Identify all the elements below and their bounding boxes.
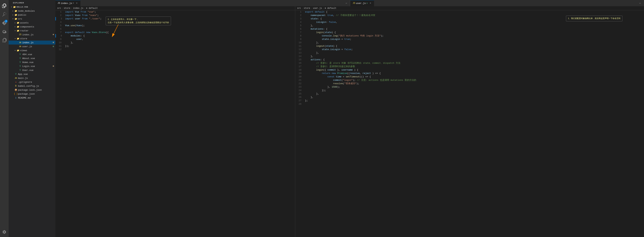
404-label: 404.vue [22, 53, 32, 56]
tree-arrow-node-modules [12, 9, 14, 12]
r-line-number-23: 23 [295, 85, 304, 89]
sidebar-item-login[interactable]: V Login.vue M [9, 64, 55, 68]
tab-user-js-close[interactable]: × [369, 2, 372, 5]
r-line-number-20: 20 [295, 75, 304, 78]
sidebar-item-gitignore[interactable]: ⬥ .gitignore [9, 80, 55, 84]
left-breadcrumb: src › store › index.js › ⊕ default [55, 6, 295, 10]
tab-user-js-label: JS [352, 2, 355, 4]
line-number-1: 1 [55, 10, 64, 14]
r-line-27: 27 }; [295, 99, 644, 102]
activity-search-icon[interactable] [0, 10, 9, 19]
right-breadcrumb-src[interactable]: src [297, 7, 301, 9]
sidebar-item-src[interactable]: 📁 src [9, 17, 55, 21]
r-line-content-12: state.isLogin = false; [304, 48, 644, 51]
breadcrumb-src[interactable]: src [57, 7, 61, 9]
sidebar-item-readme[interactable]: ℹ README.md [9, 96, 55, 100]
line-number-6: 6 [55, 27, 64, 31]
r-line-23: 23 }, 1500); [295, 85, 644, 89]
sidebar-item-404[interactable]: V 404.vue [9, 52, 55, 56]
r-line-3: 3 state: { [295, 17, 644, 20]
folder-icon-public: 📁 [14, 13, 17, 16]
sidebar: EXPLORER 📁 HELLO-VUE 📁 node_modules 📁 pu… [9, 0, 55, 237]
line-content-5: Vue.use(Vuex); [64, 24, 295, 27]
right-pane-actions: ⋯ [638, 0, 644, 6]
sidebar-item-app[interactable]: V App.vue [9, 72, 55, 76]
sidebar-item-about[interactable]: V About.vue [9, 56, 55, 60]
tab-index-js-label: JS [58, 2, 60, 4]
activity-files-icon[interactable] [0, 1, 9, 10]
vue-icon-user: V [19, 69, 22, 72]
r-line-content-28 [304, 102, 644, 106]
md-icon-readme: ℹ [14, 96, 17, 99]
r-line-content-6: mutations: { [304, 27, 644, 31]
sidebar-item-babel[interactable]: B babel.config.js [9, 84, 55, 88]
r-line-content-13: }, [304, 51, 644, 55]
sidebar-item-package-lock[interactable]: 📦 package-lock.json [9, 88, 55, 92]
line-content-8: modules: { [64, 34, 295, 37]
sidebar-item-store[interactable]: 📁 store [9, 37, 55, 40]
sidebar-item-hello-vue[interactable]: 📁 HELLO-VUE [9, 5, 55, 9]
r-line-26: 26 }, [295, 95, 644, 99]
tab-index-js-close[interactable]: × [75, 2, 78, 5]
right-breadcrumb-user-js[interactable]: user.js [313, 7, 322, 9]
folder-icon-components: 📁 [16, 25, 20, 28]
vue-icon-404: V [19, 53, 22, 56]
line-1: 1 import Vue from "vue"; [55, 10, 295, 14]
split-editor-button[interactable]: ⋯ [344, 1, 349, 6]
r-line-1: 1 export default { [295, 10, 644, 14]
app-label: App.vue [18, 73, 28, 76]
sidebar-item-public[interactable]: 📁 public [9, 13, 55, 17]
tree-arrow-components [14, 25, 16, 28]
r-line-content-17: // 形参2: 是调用时传递过来的参数 [304, 65, 644, 68]
r-line-13: 13 }, [295, 51, 644, 55]
r-line-number-16: 16 [295, 61, 304, 65]
hello-vue-label: HELLO-VUE [16, 6, 28, 8]
breadcrumb-index-js[interactable]: index.js [73, 7, 84, 9]
activity-git-icon[interactable]: 4 [0, 19, 9, 27]
r-line-number-22: 22 [295, 82, 304, 85]
tab-bar: JS index.js M × ⋯ JS user.js U × ⋯ [55, 0, 644, 6]
sidebar-item-assets[interactable]: 📁 assets [9, 21, 55, 25]
r-line-6: 6 mutations: { [295, 27, 644, 31]
breadcrumb-sep3: › [84, 7, 86, 9]
vue-icon-login: V [19, 65, 22, 68]
more-actions-button[interactable]: ⋯ [638, 1, 642, 6]
right-code-editor[interactable]: 1 export default { 2 namespaced: true, /… [295, 10, 644, 106]
left-code-table: 1 import Vue from "vue"; 2 import Vuex f… [55, 10, 295, 51]
home-label: Home.vue [22, 61, 34, 64]
sidebar-item-user[interactable]: V User.vue [9, 68, 55, 72]
activity-debug-icon[interactable] [0, 27, 9, 36]
activity-settings-icon[interactable] [0, 228, 9, 237]
tree-arrow-store [14, 37, 16, 40]
sidebar-tree: 📁 HELLO-VUE 📁 node_modules 📁 public 📁 sr… [9, 5, 55, 237]
activity-extensions-icon[interactable] [0, 36, 9, 44]
sidebar-item-store-user[interactable]: JS user.js U [9, 44, 55, 48]
r-line-content-10: }, [304, 41, 644, 44]
r-line-number-7: 7 [295, 31, 304, 34]
sidebar-item-node-modules[interactable]: 📁 node_modules [9, 9, 55, 13]
right-editor-pane: src › store › user.js › ⊕ default 1 expo… [295, 6, 644, 237]
sidebar-item-views[interactable]: 📁 views [9, 48, 55, 52]
sidebar-item-components[interactable]: 📁 components [9, 25, 55, 29]
sidebar-item-package[interactable]: { } package.json [9, 92, 55, 96]
login-badge: M [53, 65, 54, 67]
r-line-21: 21 commit("login"); // 注意: actions 也是调用 … [295, 78, 644, 82]
r-line-number-11: 11 [295, 44, 304, 48]
line-number-2: 2 [55, 14, 64, 17]
right-breadcrumb-default[interactable]: ⊕ default [325, 7, 336, 9]
r-line-number-15: 15 [295, 58, 304, 61]
line-6: 6 [55, 27, 295, 31]
right-breadcrumb-store[interactable]: store [304, 7, 310, 9]
tab-user-js[interactable]: JS user.js U × [350, 0, 374, 6]
sidebar-item-main[interactable]: JS main.js [9, 76, 55, 80]
tab-index-js[interactable]: JS index.js M × [55, 0, 80, 6]
sidebar-item-store-index[interactable]: JS index.js M [9, 40, 55, 44]
left-code-editor[interactable]: 1 import Vue from "vue"; 2 import Vuex f… [55, 10, 295, 55]
breadcrumb-store[interactable]: store [64, 7, 70, 9]
breadcrumb-default[interactable]: ⊕ default [86, 7, 98, 9]
sidebar-item-router-index[interactable]: JS index.js M [9, 33, 55, 37]
r-line-8: 8 console.log("执行 mutations 中的 login 方法"… [295, 34, 644, 37]
vue-icon-home: V [19, 61, 22, 64]
sidebar-item-home[interactable]: V Home.vue [9, 60, 55, 64]
sidebar-item-router[interactable]: 📁 router [9, 29, 55, 33]
